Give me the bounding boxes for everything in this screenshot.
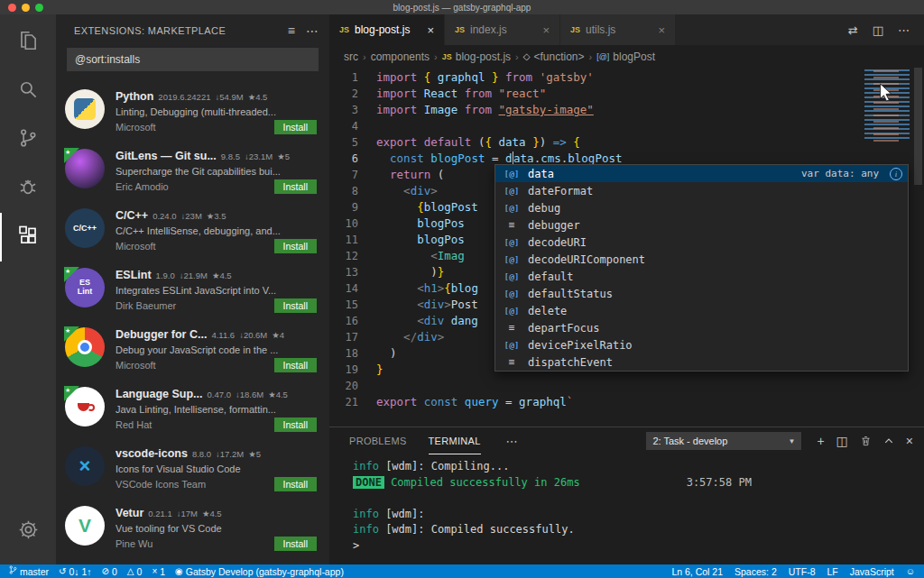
close-tab-icon[interactable]: × <box>542 23 550 37</box>
install-button[interactable]: Install <box>274 239 317 253</box>
suggest-item[interactable]: ≡dispatchEvent <box>495 353 908 371</box>
sidebar-item-source-control[interactable] <box>0 115 56 164</box>
terminal-select-value: 2: Task - develop <box>652 436 727 446</box>
extension-publisher: Dirk Baeumer <box>116 300 274 311</box>
editor-scrollbar[interactable] <box>912 68 924 427</box>
tab-bar: JSblog-post.js×JSindex.js×JSutils.js× ⇄◫… <box>329 14 924 45</box>
sidebar-item-extensions[interactable] <box>0 213 56 261</box>
extension-item[interactable]: Python2019.6.24221↓54.9M★4.5Linting, Deb… <box>56 80 329 140</box>
breadcrumb-item[interactable]: [@]blogPost <box>596 50 655 63</box>
tab-index.js[interactable]: JSindex.js× <box>445 14 560 45</box>
extension-item[interactable]: ★Language Sup...0.47.0↓18.6M★4.5Java Lin… <box>56 378 329 437</box>
extension-version: 1.9.0 <box>156 271 175 280</box>
suggest-item[interactable]: [@]defaultStatus <box>495 285 908 302</box>
status-item-close[interactable]: ×1 <box>152 565 165 578</box>
terminal-line <box>353 491 924 507</box>
tab-blog-post.js[interactable]: JSblog-post.js× <box>329 14 445 45</box>
sidebar-item-explorer[interactable] <box>0 18 56 67</box>
split-terminal-icon[interactable]: ◫ <box>836 434 848 448</box>
install-button[interactable]: Install <box>274 417 317 432</box>
split-editor-icon[interactable]: ◫ <box>873 23 883 37</box>
suggest-label: dispatchEvent <box>528 356 902 369</box>
tab-problems[interactable]: PROBLEMS <box>349 427 407 454</box>
close-window-icon[interactable] <box>8 4 16 12</box>
breadcrumb-item[interactable]: components <box>371 50 430 63</box>
suggest-item[interactable]: [@]dateFormat <box>495 182 908 199</box>
status-item[interactable]: JavaScript <box>850 565 894 578</box>
kill-terminal-icon[interactable] <box>860 435 872 447</box>
status-item[interactable]: Ln 6, Col 21 <box>671 565 723 578</box>
breadcrumb-label: blogPost <box>613 50 655 63</box>
info-icon[interactable]: i <box>890 168 902 180</box>
install-button[interactable]: Install <box>274 477 317 491</box>
suggest-item[interactable]: ≡departFocus <box>495 319 908 336</box>
suggest-item[interactable]: [@]decodeURI <box>495 234 908 251</box>
extension-name: Vetur <box>116 507 143 519</box>
vscode-window: blog-post.js — gatsby-graphql-app <box>0 0 924 578</box>
install-button[interactable]: Install <box>274 298 317 313</box>
extension-item[interactable]: ★ES LintESLint1.9.0↓21.9M★4.5Integrates … <box>56 259 329 318</box>
install-button[interactable]: Install <box>274 358 317 372</box>
maximize-panel-icon[interactable] <box>883 436 894 446</box>
filter-icon[interactable]: ≡ <box>288 23 295 38</box>
status-item-errors[interactable]: ⊘0 <box>102 565 117 578</box>
install-button[interactable]: Install <box>274 537 317 551</box>
extension-rating: ★4.5 <box>248 92 268 102</box>
extension-item[interactable]: VVetur0.21.1↓17M★4.5Vue tooling for VS C… <box>56 497 329 556</box>
more-actions-icon[interactable]: ⋯ <box>898 23 910 37</box>
extension-item[interactable]: ★GitLens — Git su...9.8.5↓23.1M★5Superch… <box>56 140 329 199</box>
suggest-label: dateFormat <box>528 185 902 197</box>
suggest-item[interactable]: [@]devicePixelRatio <box>495 336 908 353</box>
sidebar-item-search[interactable] <box>0 67 56 115</box>
suggest-label: decodeURI <box>528 236 902 249</box>
status-bar: master↺0↓ 1↑⊘0△0×1◉Gatsby Develop (gatsb… <box>0 564 924 578</box>
suggest-item[interactable]: [@]datavar data: anyi <box>495 165 908 182</box>
suggest-item[interactable]: [@]decodeURIComponent <box>495 251 908 268</box>
manage-settings-button[interactable] <box>0 507 56 555</box>
status-item[interactable]: UTF-8 <box>789 565 816 578</box>
extensions-search-input[interactable] <box>67 48 319 71</box>
close-tab-icon[interactable]: × <box>427 23 434 37</box>
breadcrumb-item[interactable]: src <box>344 50 358 63</box>
symbol-keyword-icon: ≡ <box>499 356 524 368</box>
extension-item[interactable]: C/C++C/C++0.24.0↓23M★3.5C/C++ IntelliSen… <box>56 199 329 259</box>
suggest-item[interactable]: [@]default <box>495 268 908 285</box>
new-terminal-icon[interactable]: + <box>817 434 824 448</box>
suggest-item[interactable]: ≡debugger <box>495 216 908 234</box>
recommended-flag-icon: ★ <box>64 386 79 401</box>
extension-item[interactable]: ★Debugger for C...4.11.6↓20.6M★4Debug yo… <box>56 318 329 378</box>
extension-name: Debugger for C... <box>116 328 207 341</box>
tab-utils.js[interactable]: JSutils.js× <box>560 14 676 45</box>
status-item-sync[interactable]: ↺0↓ 1↑ <box>59 565 92 578</box>
terminal-select[interactable]: 2: Task - develop ▼ <box>646 432 801 450</box>
status-item-warnings[interactable]: △0 <box>127 565 143 578</box>
code-editor[interactable]: 1import { graphql } from 'gatsby'2import… <box>329 68 924 427</box>
install-button[interactable]: Install <box>274 179 317 194</box>
terminal-output[interactable]: info [wdm]: Compiling...DONE Compiled su… <box>329 454 924 564</box>
status-item-gatsby-task[interactable]: ◉Gatsby Develop (gatsby-graphql-app) <box>175 565 344 578</box>
close-tab-icon[interactable]: × <box>658 23 665 37</box>
close-panel-icon[interactable]: × <box>906 434 913 448</box>
scrollbar-thumb[interactable] <box>914 68 922 185</box>
open-changes-icon[interactable]: ⇄ <box>848 23 858 37</box>
suggest-item[interactable]: [@]delete <box>495 302 908 319</box>
symbol-variable-icon: [@] <box>499 340 524 350</box>
zoom-window-icon[interactable] <box>35 4 43 12</box>
status-item[interactable]: Spaces: 2 <box>735 565 777 578</box>
status-bar-left: master↺0↓ 1↑⊘0△0×1◉Gatsby Develop (gatsb… <box>9 564 344 578</box>
sidebar-item-debug[interactable] <box>0 164 56 213</box>
panel-more-actions-icon[interactable]: ⋯ <box>506 435 518 448</box>
status-item-git-branch[interactable]: master <box>9 564 49 578</box>
install-button[interactable]: Install <box>274 120 317 134</box>
status-item-feedback-smiley[interactable]: ☺ <box>906 565 915 578</box>
tab-label: utils.js <box>586 23 615 36</box>
tab-terminal[interactable]: TERMINAL <box>429 427 481 454</box>
extension-item[interactable]: ×vscode-icons8.8.0↓17.2M★5Icons for Visu… <box>56 437 329 497</box>
minimize-window-icon[interactable] <box>22 4 30 12</box>
suggest-item[interactable]: [@]debug <box>495 199 908 216</box>
breadcrumb-item[interactable]: ◇<function> <box>523 50 585 63</box>
extension-name: ESLint <box>116 269 152 281</box>
breadcrumb-item[interactable]: JSblog-post.js <box>442 50 511 63</box>
status-item[interactable]: LF <box>827 565 837 578</box>
more-actions-icon[interactable]: ⋯ <box>306 23 319 38</box>
